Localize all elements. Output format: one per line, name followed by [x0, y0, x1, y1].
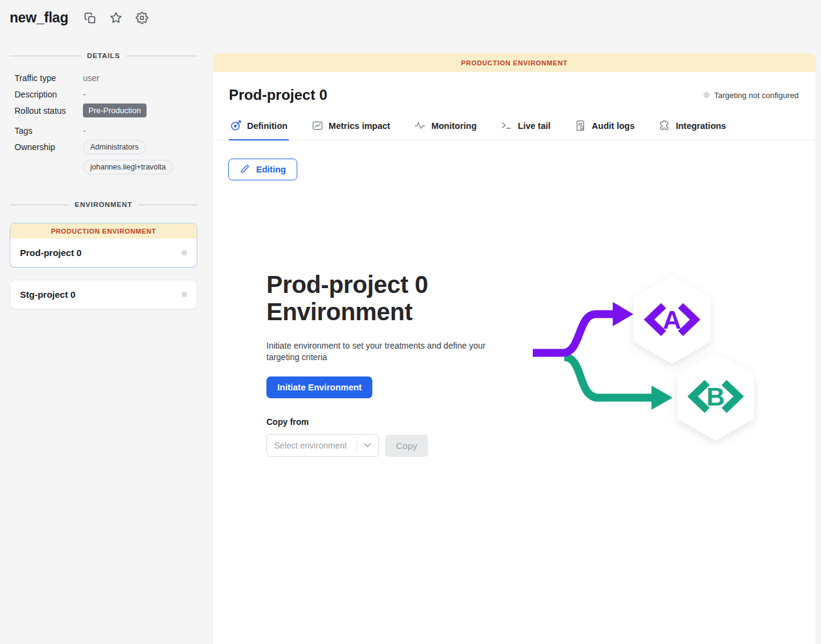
tab-monitoring[interactable]: Monitoring	[413, 114, 478, 140]
panel-header: Prod-project 0 Targeting not configured	[213, 72, 816, 104]
editing-label: Editing	[256, 165, 286, 174]
divider	[10, 56, 81, 56]
details-rows: Traffic type user Description - Rollout …	[10, 73, 197, 174]
environment-name: Stg-project 0	[20, 289, 76, 300]
settings-button[interactable]	[136, 12, 149, 25]
divider	[126, 56, 197, 56]
environment-title: Prod-project 0	[229, 87, 328, 104]
detail-value: user	[83, 73, 99, 83]
live-tail-icon	[501, 120, 512, 131]
detail-label: Rollout status	[15, 106, 83, 116]
ownership-pills: Administrators johannes.liegl+travolta	[83, 140, 173, 174]
tab-label: Metrics impact	[329, 121, 391, 131]
hero-title: Prod-project 0 Environment	[266, 271, 472, 326]
production-environment-label: PRODUCTION ENVIRONMENT	[10, 223, 197, 238]
production-environment-banner: PRODUCTION ENVIRONMENT	[213, 53, 816, 72]
tab-label: Integrations	[676, 121, 726, 131]
chevron-down-icon	[357, 443, 378, 448]
environment-tabs: Definition Metrics impact Monitoring Liv…	[213, 114, 816, 140]
app-root: new_flag DETAILS Traffic type user Descr…	[0, 0, 821, 644]
hero-description: Initiate environment to set your treatme…	[266, 340, 489, 363]
details-heading: DETAILS	[87, 52, 120, 59]
details-section-header: DETAILS	[10, 52, 197, 59]
pencil-icon	[240, 164, 250, 174]
tab-label: Audit logs	[592, 121, 635, 131]
monitoring-icon	[414, 120, 426, 131]
detail-label: Ownership	[15, 142, 83, 152]
initiate-environment-button[interactable]: Initiate Environment	[266, 376, 372, 398]
tab-metrics-impact[interactable]: Metrics impact	[311, 114, 392, 140]
copy-flag-button[interactable]	[84, 12, 97, 25]
star-button[interactable]	[110, 12, 123, 25]
targeting-status: Targeting not configured	[704, 91, 799, 100]
environment-card-stg[interactable]: Stg-project 0	[10, 280, 197, 309]
flag-name: new_flag	[10, 10, 68, 26]
detail-label: Traffic type	[15, 73, 83, 83]
status-label: Targeting not configured	[714, 91, 799, 100]
rollout-status-badge: Pre-Production	[83, 104, 147, 117]
ab-split-illustration: A B	[529, 268, 759, 456]
detail-row-rollout-status: Rollout status Pre-Production	[10, 106, 197, 117]
variant-a-letter: A	[663, 306, 681, 334]
tab-label: Definition	[247, 121, 288, 131]
copy-icon	[84, 12, 96, 24]
environment-card-body: Prod-project 0	[10, 238, 197, 267]
sidebar: DETAILS Traffic type user Description - …	[10, 52, 197, 309]
flag-header: new_flag	[10, 10, 149, 26]
environment-panel: PRODUCTION ENVIRONMENT Prod-project 0 Ta…	[213, 53, 816, 644]
environment-section-header: ENVIRONMENT	[10, 201, 197, 208]
definition-icon	[230, 120, 242, 131]
environment-name: Prod-project 0	[20, 248, 82, 258]
environment-card-body: Stg-project 0	[10, 280, 197, 309]
copy-from-label: Copy from	[266, 417, 509, 427]
tab-definition[interactable]: Definition	[229, 114, 289, 140]
environment-hero: Prod-project 0 Environment Initiate envi…	[266, 271, 509, 457]
divider	[138, 205, 197, 205]
environment-card-prod[interactable]: PRODUCTION ENVIRONMENT Prod-project 0	[10, 223, 197, 268]
detail-value: -	[83, 90, 86, 99]
detail-row-tags: Tags -	[10, 126, 197, 136]
environment-status-dot	[182, 292, 187, 297]
hexagon-a: A	[634, 275, 710, 364]
tab-live-tail[interactable]: Live tail	[500, 114, 552, 140]
purple-branch	[533, 302, 633, 353]
teal-branch	[564, 357, 673, 410]
owner-pill[interactable]: johannes.liegl+travolta	[83, 160, 173, 174]
copy-button[interactable]: Copy	[385, 435, 428, 457]
integrations-icon	[659, 120, 670, 131]
detail-label: Description	[15, 90, 83, 99]
gear-icon	[136, 12, 148, 24]
copy-from-select[interactable]: Select environment	[266, 434, 379, 457]
owner-pill[interactable]: Administrators	[83, 140, 146, 154]
metrics-icon	[312, 120, 323, 131]
detail-row-description: Description -	[10, 90, 197, 99]
star-icon	[110, 12, 122, 24]
audit-logs-icon	[575, 120, 586, 131]
tab-integrations[interactable]: Integrations	[658, 114, 727, 140]
environment-heading: ENVIRONMENT	[75, 201, 133, 208]
detail-row-ownership: Ownership Administrators johannes.liegl+…	[10, 142, 197, 174]
variant-b-letter: B	[707, 383, 725, 411]
tab-audit-logs[interactable]: Audit logs	[573, 114, 636, 140]
divider	[10, 205, 69, 205]
hexagon-b: B	[678, 352, 754, 441]
select-placeholder: Select environment	[267, 441, 357, 450]
detail-label: Tags	[15, 126, 83, 136]
copy-from-row: Select environment Copy	[266, 434, 509, 457]
editing-button[interactable]: Editing	[228, 159, 297, 180]
tab-label: Monitoring	[431, 121, 476, 131]
detail-value: -	[83, 126, 86, 136]
environment-status-dot	[182, 250, 187, 255]
detail-row-traffic-type: Traffic type user	[10, 73, 197, 83]
status-dot	[704, 92, 710, 98]
tab-label: Live tail	[518, 121, 550, 131]
